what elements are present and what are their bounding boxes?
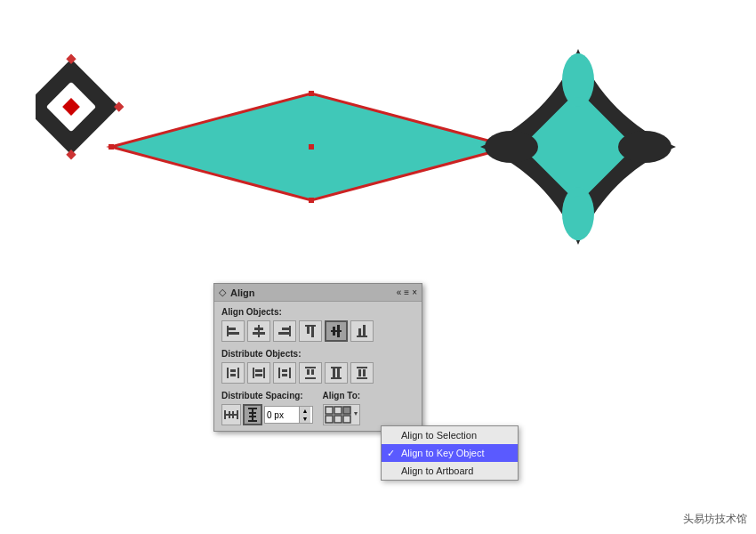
artwork-svg [36, 18, 729, 285]
svg-rect-45 [255, 369, 262, 372]
svg-rect-12 [309, 144, 314, 150]
svg-rect-55 [331, 367, 342, 368]
svg-point-15 [618, 131, 672, 163]
panel-collapse-icon[interactable]: « [397, 287, 402, 297]
dist-center-v-btn[interactable] [247, 362, 270, 384]
svg-rect-63 [224, 410, 226, 419]
svg-rect-37 [358, 328, 361, 336]
dist-left-btn[interactable] [221, 362, 245, 384]
align-bottom-btn[interactable] [350, 320, 374, 342]
dist-right-btn[interactable] [273, 362, 296, 384]
svg-rect-76 [334, 416, 342, 423]
svg-rect-24 [258, 325, 260, 337]
canvas-area: ◇ Align « ≡ × Align Objects: [0, 0, 756, 534]
svg-rect-8 [109, 144, 114, 150]
align-right-btn[interactable] [273, 320, 296, 342]
menu-item-artboard[interactable]: Align to Artboard [382, 462, 518, 480]
align-center-h-btn[interactable] [325, 320, 348, 342]
panel-title: Align [230, 287, 255, 298]
menu-item-selection-label: Align to Selection [401, 430, 477, 441]
svg-rect-50 [282, 374, 287, 376]
menu-item-key-object[interactable]: ✓ Align to Key Object [382, 444, 518, 462]
svg-point-18 [566, 53, 591, 98]
svg-rect-22 [229, 328, 236, 330]
spinner-btns: ▲ ▼ [299, 407, 310, 423]
distribute-spacing-label: Distribute Spacing: [221, 391, 314, 400]
dist-bottom-btn[interactable] [350, 362, 374, 384]
space-v-btn[interactable] [243, 404, 262, 425]
panel-close-icon[interactable]: × [412, 287, 417, 297]
distribute-objects-row [221, 362, 414, 384]
key-object-checkmark: ✓ [387, 448, 395, 459]
svg-rect-28 [282, 328, 289, 330]
svg-rect-46 [255, 374, 262, 376]
svg-rect-36 [357, 336, 367, 337]
svg-rect-43 [253, 368, 254, 378]
space-h-btn[interactable] [221, 404, 241, 425]
align-center-v-btn[interactable] [247, 320, 270, 342]
dist-center-h-btn[interactable] [325, 362, 348, 384]
svg-rect-68 [248, 408, 257, 409]
svg-rect-57 [333, 368, 335, 377]
svg-rect-64 [237, 410, 238, 419]
panel-diamond-icon: ◇ [219, 287, 226, 298]
align-to-section: Align To: [323, 391, 415, 425]
svg-rect-58 [337, 368, 340, 377]
watermark: 头易坊技术馆 [683, 512, 747, 527]
svg-rect-51 [305, 367, 316, 368]
svg-rect-75 [334, 407, 342, 414]
svg-rect-49 [282, 369, 287, 372]
svg-rect-56 [331, 377, 342, 379]
menu-item-key-object-label: Align to Key Object [401, 448, 485, 458]
svg-rect-25 [254, 328, 263, 330]
svg-rect-27 [289, 326, 291, 336]
svg-rect-59 [357, 367, 367, 368]
svg-rect-29 [278, 332, 289, 335]
svg-rect-38 [363, 325, 366, 336]
svg-rect-26 [253, 332, 265, 335]
menu-item-selection[interactable]: Align to Selection [382, 426, 518, 444]
svg-rect-34 [333, 327, 335, 336]
spin-down-btn[interactable]: ▼ [300, 415, 310, 423]
svg-rect-11 [309, 198, 314, 203]
svg-rect-9 [309, 91, 314, 96]
spin-up-btn[interactable]: ▲ [300, 407, 310, 415]
align-left-btn[interactable] [221, 320, 245, 342]
svg-rect-54 [311, 369, 314, 375]
align-to-btn[interactable] [323, 404, 360, 425]
svg-point-16 [485, 131, 538, 163]
bottom-row: Distribute Spacing: ▲ ▼ [221, 391, 414, 425]
panel-menu-icon[interactable]: ≡ [404, 287, 409, 297]
svg-rect-40 [237, 368, 239, 378]
panel-body: Align Objects: [214, 302, 422, 431]
svg-rect-74 [326, 416, 333, 423]
svg-rect-60 [357, 377, 367, 379]
align-objects-label: Align Objects: [221, 307, 414, 317]
spacing-input[interactable] [265, 410, 299, 420]
svg-rect-61 [358, 369, 361, 376]
align-panel: ◇ Align « ≡ × Align Objects: [213, 283, 422, 432]
spacing-row: ▲ ▼ [221, 404, 314, 425]
svg-rect-42 [230, 374, 236, 376]
svg-rect-52 [305, 377, 316, 379]
svg-rect-32 [311, 327, 314, 337]
svg-point-19 [566, 196, 591, 240]
svg-rect-13 [521, 90, 634, 203]
distribute-objects-label: Distribute Objects: [221, 349, 414, 359]
svg-rect-47 [278, 368, 280, 378]
svg-rect-69 [248, 420, 257, 422]
svg-rect-31 [307, 327, 310, 334]
align-top-btn[interactable] [299, 320, 322, 342]
svg-rect-44 [263, 368, 265, 378]
svg-rect-53 [307, 369, 310, 375]
svg-rect-30 [305, 325, 316, 327]
svg-rect-78 [343, 416, 350, 423]
svg-rect-23 [229, 332, 239, 335]
dist-top-btn[interactable] [299, 362, 322, 384]
svg-rect-48 [289, 368, 291, 378]
align-to-dropdown: Align to Selection ✓ Align to Key Object… [381, 425, 519, 481]
svg-rect-33 [331, 330, 342, 332]
svg-rect-39 [227, 368, 229, 378]
spacing-input-wrap: ▲ ▼ [264, 406, 313, 424]
svg-rect-41 [230, 369, 236, 372]
